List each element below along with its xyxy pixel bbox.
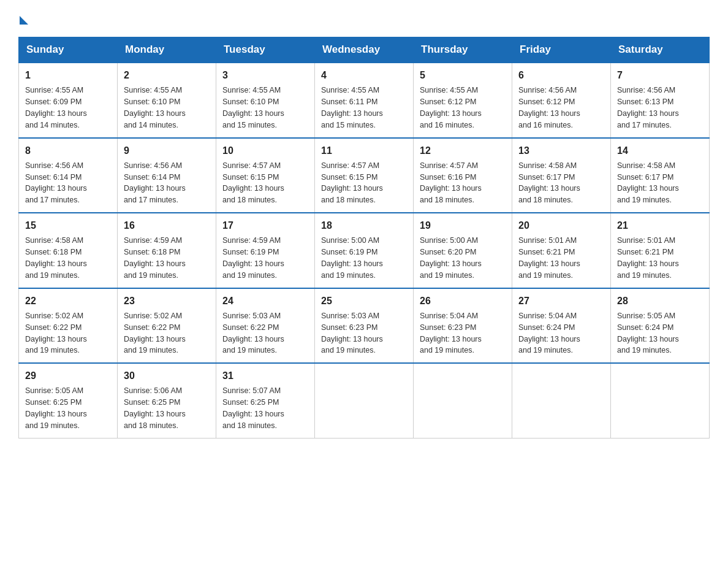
day-number: 2 — [124, 68, 210, 82]
day-info: Sunrise: 4:59 AMSunset: 6:18 PMDaylight:… — [124, 236, 186, 280]
calendar-week-row: 1Sunrise: 4:55 AMSunset: 6:09 PMDaylight… — [19, 63, 710, 138]
calendar-cell: 9Sunrise: 4:56 AMSunset: 6:14 PMDaylight… — [118, 138, 216, 213]
calendar-cell: 22Sunrise: 5:02 AMSunset: 6:22 PMDayligh… — [19, 288, 118, 364]
day-number: 10 — [222, 144, 308, 158]
calendar-header-sunday: Sunday — [19, 37, 118, 63]
day-number: 30 — [124, 369, 210, 383]
day-number: 13 — [518, 144, 604, 158]
day-info: Sunrise: 4:55 AMSunset: 6:09 PMDaylight:… — [25, 86, 87, 129]
day-info: Sunrise: 5:02 AMSunset: 6:22 PMDaylight:… — [124, 312, 186, 355]
calendar-cell: 8Sunrise: 4:56 AMSunset: 6:14 PMDaylight… — [19, 138, 118, 213]
day-info: Sunrise: 4:57 AMSunset: 6:15 PMDaylight:… — [222, 161, 284, 205]
day-number: 17 — [222, 218, 308, 232]
day-number: 9 — [124, 144, 210, 158]
day-number: 23 — [124, 294, 210, 308]
day-info: Sunrise: 4:58 AMSunset: 6:17 PMDaylight:… — [518, 161, 580, 205]
day-number: 11 — [321, 144, 407, 158]
calendar-cell: 2Sunrise: 4:55 AMSunset: 6:10 PMDaylight… — [118, 63, 216, 138]
day-number: 12 — [420, 144, 506, 158]
calendar-cell — [414, 363, 512, 438]
calendar-cell: 13Sunrise: 4:58 AMSunset: 6:17 PMDayligh… — [512, 138, 611, 213]
calendar-header-saturday: Saturday — [611, 37, 710, 63]
calendar-week-row: 15Sunrise: 4:58 AMSunset: 6:18 PMDayligh… — [19, 213, 710, 288]
calendar-cell: 17Sunrise: 4:59 AMSunset: 6:19 PMDayligh… — [216, 213, 315, 288]
day-number: 4 — [321, 68, 407, 82]
calendar-cell: 18Sunrise: 5:00 AMSunset: 6:19 PMDayligh… — [315, 213, 414, 288]
day-info: Sunrise: 4:56 AMSunset: 6:14 PMDaylight:… — [124, 161, 186, 205]
day-info: Sunrise: 5:05 AMSunset: 6:24 PMDaylight:… — [617, 312, 679, 355]
day-info: Sunrise: 5:04 AMSunset: 6:23 PMDaylight:… — [420, 312, 482, 355]
day-info: Sunrise: 5:03 AMSunset: 6:22 PMDaylight:… — [222, 312, 284, 355]
day-number: 29 — [25, 369, 111, 383]
day-info: Sunrise: 4:55 AMSunset: 6:10 PMDaylight:… — [124, 86, 186, 129]
day-number: 1 — [25, 68, 111, 82]
day-number: 28 — [617, 294, 703, 308]
day-info: Sunrise: 4:56 AMSunset: 6:12 PMDaylight:… — [518, 86, 580, 129]
logo-arrow-icon — [20, 16, 28, 25]
day-number: 24 — [222, 294, 308, 308]
calendar-week-row: 22Sunrise: 5:02 AMSunset: 6:22 PMDayligh… — [19, 288, 710, 364]
calendar-cell: 15Sunrise: 4:58 AMSunset: 6:18 PMDayligh… — [19, 213, 118, 288]
calendar-cell: 20Sunrise: 5:01 AMSunset: 6:21 PMDayligh… — [512, 213, 611, 288]
day-info: Sunrise: 5:05 AMSunset: 6:25 PMDaylight:… — [25, 386, 87, 430]
day-info: Sunrise: 5:01 AMSunset: 6:21 PMDaylight:… — [518, 236, 580, 280]
calendar-header-thursday: Thursday — [414, 37, 512, 63]
day-info: Sunrise: 5:00 AMSunset: 6:20 PMDaylight:… — [420, 236, 482, 280]
day-number: 31 — [222, 369, 308, 383]
calendar-header-wednesday: Wednesday — [315, 37, 414, 63]
calendar-cell: 12Sunrise: 4:57 AMSunset: 6:16 PMDayligh… — [414, 138, 512, 213]
day-info: Sunrise: 5:03 AMSunset: 6:23 PMDaylight:… — [321, 312, 383, 355]
day-number: 20 — [518, 218, 604, 232]
day-number: 6 — [518, 68, 604, 82]
day-number: 18 — [321, 218, 407, 232]
calendar-cell: 5Sunrise: 4:55 AMSunset: 6:12 PMDaylight… — [414, 63, 512, 138]
calendar-cell: 10Sunrise: 4:57 AMSunset: 6:15 PMDayligh… — [216, 138, 315, 213]
day-number: 19 — [420, 218, 506, 232]
calendar-header-row: SundayMondayTuesdayWednesdayThursdayFrid… — [19, 37, 710, 63]
day-info: Sunrise: 4:57 AMSunset: 6:15 PMDaylight:… — [321, 161, 383, 205]
calendar-cell: 26Sunrise: 5:04 AMSunset: 6:23 PMDayligh… — [414, 288, 512, 364]
calendar-header-friday: Friday — [512, 37, 611, 63]
day-info: Sunrise: 4:58 AMSunset: 6:17 PMDaylight:… — [617, 161, 679, 205]
day-info: Sunrise: 4:56 AMSunset: 6:14 PMDaylight:… — [25, 161, 87, 205]
day-info: Sunrise: 4:59 AMSunset: 6:19 PMDaylight:… — [222, 236, 284, 280]
calendar-cell: 30Sunrise: 5:06 AMSunset: 6:25 PMDayligh… — [118, 363, 216, 438]
day-info: Sunrise: 4:55 AMSunset: 6:11 PMDaylight:… — [321, 86, 383, 129]
calendar-cell: 7Sunrise: 4:56 AMSunset: 6:13 PMDaylight… — [611, 63, 710, 138]
calendar-cell — [611, 363, 710, 438]
calendar-cell: 3Sunrise: 4:55 AMSunset: 6:10 PMDaylight… — [216, 63, 315, 138]
logo — [18, 12, 28, 25]
calendar-cell: 16Sunrise: 4:59 AMSunset: 6:18 PMDayligh… — [118, 213, 216, 288]
day-info: Sunrise: 5:01 AMSunset: 6:21 PMDaylight:… — [617, 236, 679, 280]
day-number: 7 — [617, 68, 703, 82]
calendar-table: SundayMondayTuesdayWednesdayThursdayFrid… — [18, 37, 710, 439]
calendar-week-row: 8Sunrise: 4:56 AMSunset: 6:14 PMDaylight… — [19, 138, 710, 213]
calendar-cell: 6Sunrise: 4:56 AMSunset: 6:12 PMDaylight… — [512, 63, 611, 138]
calendar-header-tuesday: Tuesday — [216, 37, 315, 63]
calendar-week-row: 29Sunrise: 5:05 AMSunset: 6:25 PMDayligh… — [19, 363, 710, 438]
calendar-cell: 1Sunrise: 4:55 AMSunset: 6:09 PMDaylight… — [19, 63, 118, 138]
day-info: Sunrise: 5:00 AMSunset: 6:19 PMDaylight:… — [321, 236, 383, 280]
calendar-cell: 4Sunrise: 4:55 AMSunset: 6:11 PMDaylight… — [315, 63, 414, 138]
day-info: Sunrise: 5:06 AMSunset: 6:25 PMDaylight:… — [124, 386, 186, 430]
day-number: 21 — [617, 218, 703, 232]
day-info: Sunrise: 4:55 AMSunset: 6:10 PMDaylight:… — [222, 86, 284, 129]
day-number: 22 — [25, 294, 111, 308]
calendar-cell: 21Sunrise: 5:01 AMSunset: 6:21 PMDayligh… — [611, 213, 710, 288]
day-info: Sunrise: 5:02 AMSunset: 6:22 PMDaylight:… — [25, 312, 87, 355]
calendar-cell: 29Sunrise: 5:05 AMSunset: 6:25 PMDayligh… — [19, 363, 118, 438]
day-info: Sunrise: 4:56 AMSunset: 6:13 PMDaylight:… — [617, 86, 679, 129]
day-info: Sunrise: 5:07 AMSunset: 6:25 PMDaylight:… — [222, 386, 284, 430]
day-number: 27 — [518, 294, 604, 308]
calendar-cell: 24Sunrise: 5:03 AMSunset: 6:22 PMDayligh… — [216, 288, 315, 364]
day-number: 16 — [124, 218, 210, 232]
calendar-header-monday: Monday — [118, 37, 216, 63]
day-number: 25 — [321, 294, 407, 308]
calendar-cell — [512, 363, 611, 438]
day-info: Sunrise: 4:57 AMSunset: 6:16 PMDaylight:… — [420, 161, 482, 205]
day-number: 5 — [420, 68, 506, 82]
calendar-cell: 23Sunrise: 5:02 AMSunset: 6:22 PMDayligh… — [118, 288, 216, 364]
page-header — [18, 12, 710, 25]
day-info: Sunrise: 4:58 AMSunset: 6:18 PMDaylight:… — [25, 236, 87, 280]
calendar-cell: 27Sunrise: 5:04 AMSunset: 6:24 PMDayligh… — [512, 288, 611, 364]
